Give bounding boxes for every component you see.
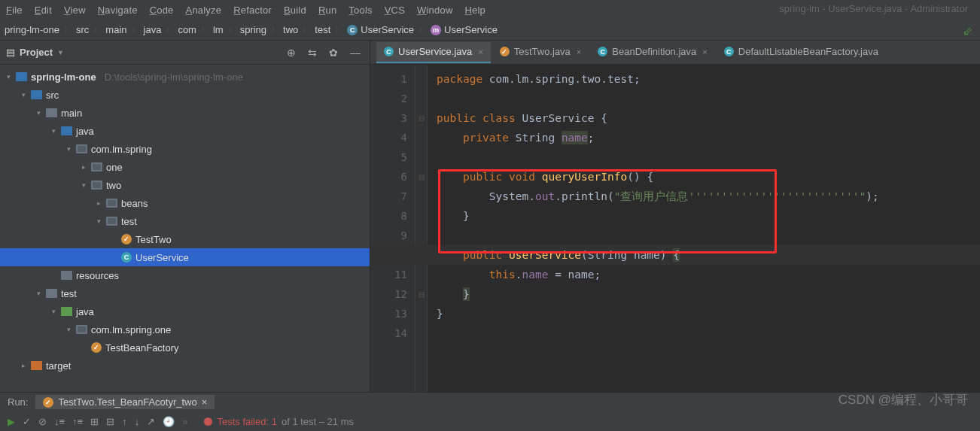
tree-item[interactable]: ▾test bbox=[0, 212, 370, 230]
fold-icon[interactable] bbox=[415, 89, 427, 108]
disclosure-icon[interactable]: ▾ bbox=[20, 91, 27, 99]
code-line[interactable]: public class UserService { bbox=[437, 108, 980, 128]
history-icon[interactable]: 🕘 bbox=[163, 416, 175, 427]
breadcrumb-item[interactable]: test bbox=[315, 24, 330, 35]
run-button[interactable]: ▶ bbox=[8, 416, 15, 427]
tree-root[interactable]: ▾ spring-lm-one D:\tools\spring-lm\sprin… bbox=[0, 68, 370, 86]
fold-icon[interactable]: ⊟ bbox=[415, 284, 427, 304]
locate-icon[interactable]: ⊕ bbox=[284, 47, 299, 59]
tree-item[interactable]: ▸beans bbox=[0, 194, 370, 212]
fold-icon[interactable] bbox=[415, 147, 427, 167]
menu-code[interactable]: Code bbox=[150, 5, 174, 16]
code-line[interactable]: public UserService(String name) { bbox=[437, 245, 980, 265]
breadcrumb-item[interactable]: two bbox=[283, 24, 298, 35]
tree-item[interactable]: ✓TestBeanFactory bbox=[0, 338, 370, 357]
code-line[interactable]: this.name = name; bbox=[437, 265, 980, 284]
filter-fail-icon[interactable]: ⊘ bbox=[38, 416, 47, 427]
menu-file[interactable]: File bbox=[6, 5, 23, 16]
tree-item[interactable]: ✓TestTwo bbox=[0, 230, 370, 248]
code-line[interactable] bbox=[437, 89, 980, 108]
project-toolwin-icon[interactable]: ▤ bbox=[6, 47, 15, 58]
close-icon[interactable]: × bbox=[202, 396, 208, 408]
collapse-all-icon[interactable]: ⊟ bbox=[106, 416, 114, 427]
chevron-down-icon[interactable]: ▼ bbox=[57, 49, 64, 56]
breadcrumb-item[interactable]: CUserService bbox=[347, 24, 414, 35]
menu-edit[interactable]: Edit bbox=[35, 5, 52, 16]
menu-tools[interactable]: Tools bbox=[348, 5, 372, 16]
fold-icon[interactable]: ⊟ bbox=[415, 167, 427, 187]
prev-icon[interactable]: ↑ bbox=[122, 416, 127, 427]
tree-item[interactable]: ▾two bbox=[0, 176, 370, 194]
next-icon[interactable]: ↓ bbox=[135, 416, 140, 427]
fold-icon[interactable] bbox=[415, 206, 427, 226]
export-icon[interactable]: ↗ bbox=[147, 416, 155, 427]
code-line[interactable]: } bbox=[437, 284, 980, 304]
tree-item[interactable]: CUserService bbox=[0, 248, 370, 266]
breadcrumb-item[interactable]: src bbox=[76, 24, 89, 35]
tree-item[interactable]: ▾com.lm.spring bbox=[0, 140, 370, 158]
disclosure-icon[interactable]: ▾ bbox=[95, 217, 102, 225]
disclosure-icon[interactable]: ▸ bbox=[95, 199, 102, 207]
fold-icon[interactable] bbox=[415, 304, 427, 323]
code-body[interactable]: package com.lm.spring.two.test;public cl… bbox=[428, 65, 980, 392]
fold-icon[interactable]: ⊟ bbox=[415, 108, 427, 128]
code-line[interactable]: public void queryUserInfo() { bbox=[437, 167, 980, 187]
code-line[interactable]: System.out.println("查询用户信息''''''''''''''… bbox=[437, 187, 980, 206]
code-line[interactable]: private String name; bbox=[437, 128, 980, 147]
menu-refactor[interactable]: Refactor bbox=[233, 5, 272, 16]
close-icon[interactable]: × bbox=[577, 47, 581, 56]
menu-build[interactable]: Build bbox=[284, 5, 306, 16]
disclosure-icon[interactable]: ▾ bbox=[50, 308, 57, 315]
build-icon[interactable]: ⇙ bbox=[963, 24, 972, 38]
tree-item[interactable]: ▾java bbox=[0, 302, 370, 320]
sort2-icon[interactable]: ↑≡ bbox=[72, 416, 83, 427]
disclosure-icon[interactable]: ▸ bbox=[80, 163, 87, 171]
menu-window[interactable]: Window bbox=[417, 5, 452, 16]
breadcrumb-item[interactable]: java bbox=[144, 24, 162, 35]
run-config-tab[interactable]: ✓ TestTwo.Test_BeanFAcotyr_two × bbox=[35, 395, 215, 409]
tree-item[interactable]: resources bbox=[0, 266, 370, 284]
code-editor[interactable]: 1234567891011121314 ⊟⊟⊟⊟ package com.lm.… bbox=[370, 65, 980, 392]
breadcrumb-item[interactable]: mUserService bbox=[431, 24, 498, 35]
code-line[interactable] bbox=[437, 323, 980, 343]
menu-help[interactable]: Help bbox=[465, 5, 486, 16]
expand-all-icon[interactable]: ⊞ bbox=[90, 416, 99, 427]
editor-tab[interactable]: CBeanDefinition.java× bbox=[590, 42, 714, 63]
disclosure-icon[interactable]: ▾ bbox=[35, 109, 42, 117]
tree-item[interactable]: ▾main bbox=[0, 104, 370, 122]
fold-icon[interactable] bbox=[415, 265, 427, 284]
disclosure-icon[interactable]: ▸ bbox=[20, 362, 27, 369]
menu-view[interactable]: View bbox=[64, 5, 86, 16]
menu-analyze[interactable]: Analyze bbox=[186, 5, 222, 16]
editor-tab[interactable]: ✓TestTwo.java× bbox=[492, 42, 589, 63]
code-line[interactable]: package com.lm.spring.two.test; bbox=[437, 69, 980, 89]
tree-item[interactable]: ▾java bbox=[0, 122, 370, 140]
tree-item[interactable]: ▾test bbox=[0, 284, 370, 302]
disclosure-icon[interactable]: ▾ bbox=[80, 181, 87, 189]
close-icon[interactable]: × bbox=[478, 47, 482, 56]
disclosure-icon[interactable]: ▾ bbox=[65, 145, 72, 153]
tree-item[interactable]: ▾src bbox=[0, 86, 370, 104]
disclosure-icon[interactable]: ▾ bbox=[50, 127, 57, 135]
fold-icon[interactable] bbox=[415, 226, 427, 245]
filter-pass-icon[interactable]: ✓ bbox=[23, 416, 31, 427]
menu-vcs[interactable]: VCS bbox=[385, 5, 405, 16]
breadcrumb-item[interactable]: spring bbox=[240, 24, 266, 35]
minimize-icon[interactable]: — bbox=[347, 47, 364, 59]
editor-tab[interactable]: CDefaultListableBeanFactory.java bbox=[717, 42, 886, 63]
menu-run[interactable]: Run bbox=[318, 5, 336, 16]
project-tree[interactable]: ▾ spring-lm-one D:\tools\spring-lm\sprin… bbox=[0, 65, 370, 392]
expand-icon[interactable]: ⇆ bbox=[305, 47, 320, 59]
tree-item[interactable]: ▾com.lm.spring.one bbox=[0, 320, 370, 338]
breadcrumb-item[interactable]: pring-lm-one bbox=[5, 24, 59, 35]
sort-icon[interactable]: ↓≡ bbox=[54, 416, 65, 427]
code-line[interactable] bbox=[437, 147, 980, 167]
breadcrumb-item[interactable]: com bbox=[178, 24, 196, 35]
code-line[interactable]: } bbox=[437, 206, 980, 226]
fold-icon[interactable] bbox=[415, 69, 427, 89]
breadcrumb-item[interactable]: main bbox=[105, 24, 126, 35]
fold-icon[interactable] bbox=[415, 323, 427, 343]
disclosure-icon[interactable]: ▾ bbox=[35, 290, 42, 297]
tree-item[interactable]: ▸target bbox=[0, 357, 370, 375]
fold-icon[interactable] bbox=[415, 187, 427, 206]
